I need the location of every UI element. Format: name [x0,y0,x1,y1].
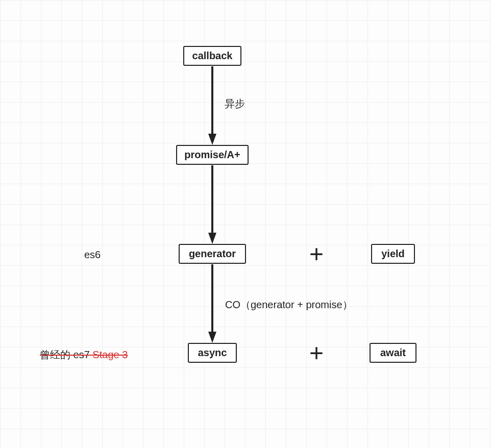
svg-marker-3 [208,233,216,244]
node-await: await [370,343,416,363]
svg-marker-5 [208,332,216,343]
arrow-callback-to-promise [208,66,216,145]
label-async-cn: 异步 [225,97,245,111]
node-promise: promise/A+ [176,145,249,165]
svg-marker-1 [208,134,216,145]
arrow-promise-to-generator [208,165,216,244]
label-es7-stage: Stage 3 [90,349,128,360]
node-async: async [188,343,237,363]
label-es6: es6 [84,249,101,261]
label-es7-prefix: 曾经的 es7 [40,349,90,360]
plus-async-await: + [309,341,324,365]
label-es7: 曾经的 es7 Stage 3 [40,348,128,362]
plus-generator-yield: + [309,242,324,266]
node-yield: yield [371,244,415,264]
label-co: CO（generator + promise） [225,298,353,312]
arrow-generator-to-async [208,264,216,343]
node-callback: callback [183,46,241,66]
node-generator: generator [179,244,246,264]
